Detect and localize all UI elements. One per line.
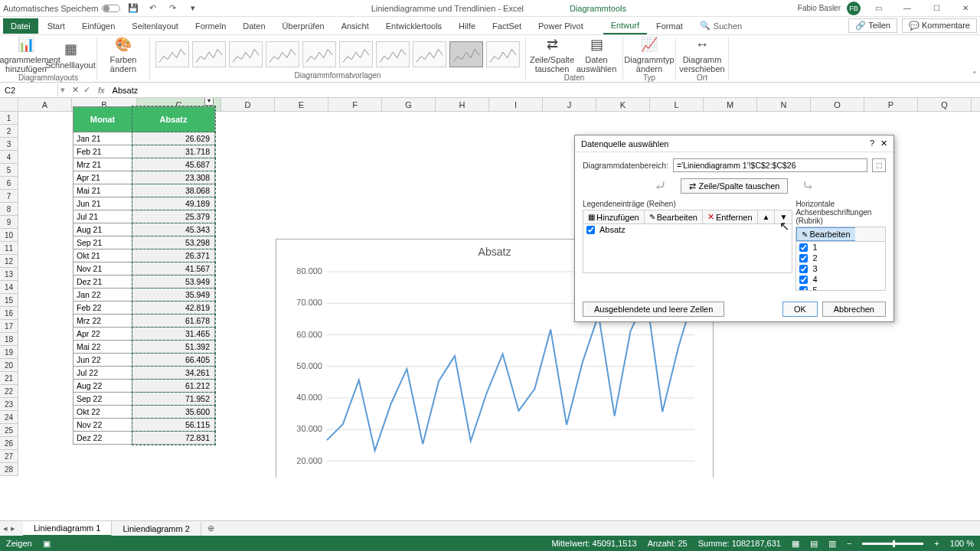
tab-ansicht[interactable]: Ansicht [334, 18, 377, 34]
cell-absatz[interactable]: 71.952 [132, 393, 215, 406]
axis-checkbox[interactable] [799, 243, 808, 252]
col-header-D[interactable]: D [221, 98, 275, 111]
cell-monat[interactable]: Jan 21 [73, 132, 132, 145]
qat-customize-icon[interactable]: ▾ [186, 2, 200, 15]
autosave-toggle[interactable]: Automatisches Speichern [3, 4, 120, 13]
axis-checkbox[interactable] [799, 265, 808, 273]
close-icon[interactable]: ✕ [954, 1, 977, 16]
cell-monat[interactable]: Mai 21 [73, 184, 132, 197]
row-header-15[interactable]: 15 [0, 294, 18, 307]
name-box[interactable]: C2 [0, 84, 58, 96]
move-up-button[interactable]: ▲ [758, 210, 776, 223]
redo-icon[interactable]: ↷ [166, 2, 180, 15]
cell-absatz[interactable]: 25.379 [132, 210, 215, 223]
chart-style-2[interactable] [192, 41, 226, 67]
cell-absatz[interactable]: 26.371 [132, 249, 215, 262]
col-header-I[interactable]: I [489, 98, 543, 111]
zoom-out-icon[interactable]: − [847, 539, 851, 548]
tab-hilfe[interactable]: Hilfe [451, 18, 483, 34]
cell-absatz[interactable]: 51.392 [132, 341, 215, 354]
chart-style-3[interactable] [229, 41, 263, 67]
move-chart-button[interactable]: ↔Diagramm verschieben [681, 37, 724, 73]
cell-monat[interactable]: Jun 22 [73, 354, 132, 367]
tab-ueberpruefen[interactable]: Überprüfen [275, 18, 332, 34]
axis-item-label[interactable]: 3 [812, 264, 817, 273]
cell-monat[interactable]: Feb 21 [73, 145, 132, 158]
cell-absatz[interactable]: 45.343 [132, 223, 215, 236]
sheet-tab-2[interactable]: Liniendiagramm 2 [112, 522, 201, 536]
legend-checkbox[interactable] [586, 226, 595, 234]
comments-button[interactable]: 💬 Kommentare [902, 18, 977, 33]
hidden-cells-button[interactable]: Ausgeblendete und leere Zellen [583, 302, 724, 317]
tab-datei[interactable]: Datei [3, 18, 38, 34]
cell-monat[interactable]: Okt 22 [73, 406, 132, 419]
row-header-23[interactable]: 23 [0, 398, 18, 411]
cell-absatz[interactable]: 72.831 [132, 432, 215, 445]
row-header-9[interactable]: 9 [0, 216, 18, 229]
sheet-nav-next-icon[interactable]: ▸ [11, 523, 15, 533]
cell-absatz[interactable]: 61.212 [132, 380, 215, 393]
formula-bar[interactable]: Absatz [108, 84, 980, 96]
cancel-button[interactable]: Abbrechen [822, 302, 886, 317]
chart-style-1[interactable] [155, 41, 189, 67]
row-header-19[interactable]: 19 [0, 346, 18, 359]
zoom-level[interactable]: 100 % [950, 539, 974, 548]
tab-powerpivot[interactable]: Power Pivot [531, 18, 591, 34]
view-page-layout-icon[interactable]: ▤ [810, 539, 818, 549]
move-down-button[interactable]: ▼ [775, 210, 792, 223]
row-header-16[interactable]: 16 [0, 307, 18, 320]
col-header-J[interactable]: J [543, 98, 596, 111]
axis-item-label[interactable]: 1 [812, 243, 817, 252]
cell-monat[interactable]: Mrz 21 [73, 158, 132, 171]
add-sheet-button[interactable]: ⊕ [201, 521, 220, 536]
switch-row-col-button[interactable]: ⇄Zeile/Spalte tauschen [531, 37, 573, 73]
cell-absatz[interactable]: 56.115 [132, 419, 215, 432]
tab-start[interactable]: Start [40, 18, 73, 34]
view-page-break-icon[interactable]: ▥ [828, 539, 836, 549]
tab-entwurf[interactable]: Entwurf [603, 18, 647, 34]
row-header-8[interactable]: 8 [0, 203, 18, 216]
chart-style-5[interactable] [302, 41, 336, 67]
ribbon-display-icon[interactable]: ▭ [867, 1, 890, 16]
tab-entwicklertools[interactable]: Entwicklertools [378, 18, 449, 34]
dialog-close-icon[interactable]: ✕ [880, 139, 887, 148]
cell-absatz[interactable]: 23.308 [132, 171, 215, 184]
row-header-3[interactable]: 3 [0, 138, 18, 151]
row-header-25[interactable]: 25 [0, 424, 18, 437]
sheet-tab-1[interactable]: Liniendiagramm 1 [23, 521, 112, 536]
col-header-K[interactable]: K [596, 98, 650, 111]
axis-checkbox[interactable] [799, 254, 808, 262]
row-header-24[interactable]: 24 [0, 411, 18, 424]
row-header-27[interactable]: 27 [0, 450, 18, 463]
change-colors-button[interactable]: 🎨Farben ändern [102, 37, 145, 73]
enter-formula-icon[interactable]: ✓ [83, 85, 90, 95]
cell-monat[interactable]: Sep 22 [73, 393, 132, 406]
cancel-formula-icon[interactable]: ✕ [72, 85, 79, 95]
cell-absatz[interactable]: 42.819 [132, 302, 215, 315]
header-monat[interactable]: Monat▾ [73, 106, 132, 132]
legend-item-label[interactable]: Absatz [599, 225, 626, 234]
cell-absatz[interactable]: 41.567 [132, 262, 215, 276]
tab-formeln[interactable]: Formeln [188, 18, 234, 34]
cell-absatz[interactable]: 38.068 [132, 184, 215, 197]
cell-monat[interactable]: Jul 21 [73, 210, 132, 223]
cell-absatz[interactable]: 35.949 [132, 289, 215, 302]
axis-checkbox[interactable] [799, 286, 808, 292]
ok-button[interactable]: OK [782, 302, 818, 317]
save-icon[interactable]: 💾 [126, 2, 140, 15]
select-all-corner[interactable] [0, 98, 18, 111]
change-chart-type-button[interactable]: 📈Diagrammtyp ändern [628, 37, 671, 73]
row-header-11[interactable]: 11 [0, 242, 18, 255]
col-header-H[interactable]: H [436, 98, 489, 111]
view-normal-icon[interactable]: ▦ [792, 539, 799, 549]
chart-style-8[interactable] [413, 41, 446, 67]
fx-icon[interactable]: fx [95, 86, 108, 95]
cell-absatz[interactable]: 61.678 [132, 315, 215, 328]
cell-absatz[interactable]: 31.718 [132, 145, 215, 158]
macro-record-icon[interactable]: ▣ [43, 539, 51, 549]
namebox-dropdown-icon[interactable]: ▾ [58, 85, 67, 95]
chart-style-4[interactable] [266, 41, 299, 67]
cell-monat[interactable]: Jul 22 [73, 367, 132, 380]
col-header-A[interactable]: A [18, 98, 72, 111]
user-avatar[interactable]: FB [847, 2, 861, 15]
